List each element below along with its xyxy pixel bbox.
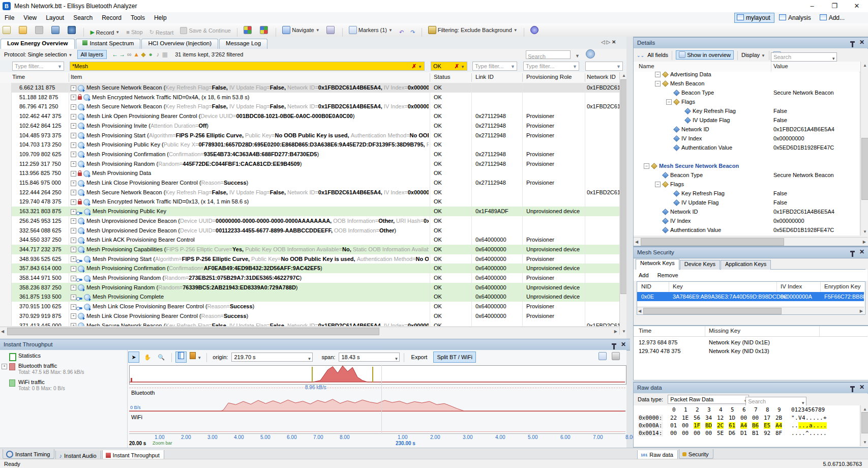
table-row[interactable]: 51.188 182 875+Mesh Encrypted Network Tr… — [0, 93, 619, 102]
dock-tab-security[interactable]: Security — [679, 449, 713, 459]
details-value-column[interactable]: Value — [773, 63, 788, 69]
table-row[interactable]: 370.929 919 875+Mesh Link Close Provisio… — [0, 311, 619, 321]
all-layers-button[interactable]: All layers — [77, 50, 107, 59]
table-horizontal-scrollbar[interactable]: ◀ ▶ — [0, 327, 619, 335]
table-row[interactable]: 104.485 973 375+Mesh Provisioning Start … — [0, 131, 619, 140]
members-icon[interactable]: ▦ — [161, 49, 168, 60]
all-fields-button[interactable]: All fields — [647, 52, 668, 58]
display-button[interactable]: Display — [741, 52, 760, 58]
table-row[interactable]: 102.642 864 125+Mesh Provisioning Invite… — [0, 121, 619, 131]
close-button[interactable]: ✕ — [846, 0, 868, 12]
export-button[interactable]: Export — [408, 352, 431, 363]
expand-icon[interactable]: + — [71, 285, 76, 290]
scroll-up-icon[interactable]: ▲ — [863, 63, 867, 68]
stop-button[interactable]: ■Stop — [124, 26, 144, 38]
close-panel-icon[interactable]: ✕ — [859, 247, 864, 257]
expand-icon[interactable]: + — [71, 295, 76, 300]
collapse-all-icon[interactable]: ⌄⌄ — [637, 53, 644, 58]
collapse-icon[interactable]: – — [655, 81, 661, 86]
table-row[interactable]: 332.564 088 625+Mesh Unprovisioned Devic… — [0, 226, 619, 236]
table-row[interactable]: 113.956 825 750+Mesh Provisioning DataOK — [0, 168, 619, 178]
details-row[interactable]: –Flags — [634, 97, 859, 106]
column-header-network-id[interactable]: Network ID — [587, 74, 616, 80]
layout-button-mylayout[interactable]: mylayout — [734, 13, 774, 23]
column-header-status[interactable]: Status — [434, 74, 451, 80]
funnel-icon[interactable]: ▼ — [573, 64, 577, 69]
details-vertical-scrollbar[interactable]: ▲ ▼ — [860, 62, 868, 236]
scroll-up-icon[interactable]: ▲ — [863, 407, 867, 412]
scrollbar-thumb[interactable] — [641, 238, 784, 246]
menu-tools[interactable]: Tools — [126, 12, 149, 23]
details-row[interactable]: Authentication Value0x5ED6D1B1928FE47C — [634, 225, 859, 235]
pin-icon[interactable] — [613, 345, 615, 349]
menu-view[interactable]: View — [19, 12, 41, 23]
missing-key-row[interactable]: 12.973 684 875Network Key (NID 0x1E) — [634, 338, 867, 347]
details-row[interactable]: –Mesh Secure Network Beacon — [634, 161, 859, 170]
throughput-tree-item-bluetooth-traffic[interactable]: +Bluetooth trafficTotal: 47.5 kB Max: 8.… — [0, 362, 127, 377]
tab-scroll-left-icon[interactable]: ◁ — [601, 39, 605, 45]
navigate-options-button[interactable] — [324, 24, 338, 36]
menu-help[interactable]: Help — [149, 12, 171, 23]
details-row[interactable]: Authentication Value0x5ED6D1B1928FE47C — [634, 143, 859, 152]
save-button[interactable] — [33, 24, 47, 36]
expand-icon[interactable]: + — [71, 104, 76, 110]
throughput-tree-item-statistics[interactable]: Statistics — [0, 352, 127, 360]
tab-message-log[interactable]: Message Log — [219, 39, 267, 50]
table-row[interactable]: 109.709 802 625+Mesh Provisioning Confir… — [0, 150, 619, 159]
details-row[interactable]: Network ID0x1FBD2C61A4B6E5A4 — [634, 125, 859, 134]
span-combo[interactable]: 18.43 s▼ — [339, 353, 400, 362]
details-row[interactable]: Network ID0x1FBD2C61A4B6E5A4 — [634, 207, 859, 216]
expand-icon[interactable]: + — [71, 142, 76, 148]
tab-instant-spectrum[interactable]: Instant Spectrum — [76, 39, 141, 50]
zoom-bar-strip[interactable] — [129, 365, 626, 385]
missing-key-column[interactable]: Missing Key — [709, 328, 740, 334]
network-key-row[interactable]: 0x0E3A7846E9:AB9A36E3:7A40D59D:B98DCD8C0… — [637, 292, 864, 301]
zoom-bar-chart[interactable] — [130, 366, 625, 383]
table-row[interactable]: 344.717 232 375+Mesh Provisioning Capabi… — [0, 245, 619, 254]
table-row[interactable]: 348.936 525 625+Mesh Provisioning Start … — [0, 254, 619, 264]
zoom-tool-button[interactable]: 🔍 — [156, 352, 167, 363]
expand-icon[interactable]: + — [71, 85, 76, 91]
tab-device-keys[interactable]: Device Keys — [680, 260, 720, 270]
details-row[interactable]: Beacon TypeSecure Network Beacon — [634, 88, 859, 97]
expand-icon[interactable]: + — [71, 238, 76, 243]
expand-icon[interactable]: + — [71, 228, 76, 233]
expand-icon[interactable]: + — [71, 256, 76, 262]
keys-column-key[interactable]: Key — [673, 283, 683, 289]
keys-column-enryption-key[interactable]: Enryption Key — [824, 283, 861, 289]
dock-tab-instant-timing[interactable]: Instant Timing — [3, 449, 54, 459]
collapse-icon[interactable]: – — [666, 99, 672, 105]
table-row[interactable]: 6.662 131 875+Mesh Secure Network Beacon… — [0, 83, 619, 93]
menu-layout[interactable]: Layout — [41, 12, 69, 23]
table-row[interactable]: 370.915 100 625+Mesh Link Close Provisio… — [0, 302, 619, 311]
collapse-icon[interactable]: – — [655, 182, 661, 187]
details-row[interactable]: –Mesh Beacon — [634, 79, 859, 88]
expand-icon[interactable]: + — [71, 266, 76, 272]
tab-scroll-right-icon[interactable]: ▷ — [606, 39, 610, 45]
expand-icon[interactable]: + — [71, 313, 76, 319]
status-filter-input[interactable]: OK✗▼ — [431, 62, 467, 71]
panel-splitter[interactable] — [626, 37, 633, 448]
details-search-input[interactable]: Search▼ — [771, 52, 837, 62]
network-filter-input[interactable]: ▼ — [585, 62, 623, 71]
scroll-down-icon[interactable]: ▼ — [863, 440, 867, 445]
link-icon[interactable]: ∞ — [126, 49, 133, 60]
protocol-search-input[interactable]: Search — [526, 50, 571, 59]
keys-horizontal-scrollbar[interactable]: ◀ ▶ — [637, 307, 864, 314]
tab-hci-overview-injection-[interactable]: HCI Overview (Injection) — [141, 39, 218, 50]
details-row[interactable]: –Advertising Data — [634, 72, 859, 79]
chart-style-button[interactable]: ▼ — [189, 352, 202, 363]
column-header-item[interactable]: Item — [71, 74, 82, 80]
role-filter-input[interactable]: Type filter...▼ — [523, 62, 579, 71]
select-tool-button[interactable]: ➤ — [128, 352, 139, 363]
scroll-down-icon[interactable]: ▼ — [863, 229, 867, 234]
hex-row[interactable]: 0x000A:01001FBD2C61A4B6E5A4....,a.... — [634, 422, 859, 430]
hex-row[interactable]: 0x0000:221E5634121D0000172B".V4.....+ — [634, 415, 859, 422]
key-icon[interactable]: ◆ — [140, 49, 147, 60]
layout-button-Add[interactable]: Add... — [817, 13, 849, 23]
expand-icon[interactable]: + — [71, 133, 76, 138]
live-update-icon[interactable] — [612, 352, 620, 360]
column-header-time[interactable]: Time — [12, 74, 25, 80]
markers-button[interactable]: Markers (1)▼ — [347, 24, 395, 36]
scroll-left-icon[interactable]: ◀ — [638, 309, 641, 313]
